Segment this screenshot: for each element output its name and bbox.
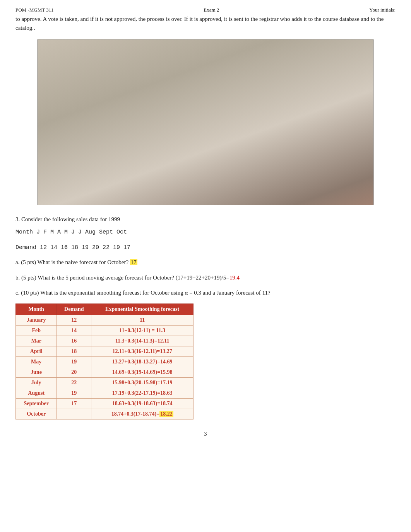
cell-demand [57, 409, 91, 419]
cell-forecast: 18.63+0.3(19-18.63)=18.74 [91, 398, 194, 409]
cell-month: September [16, 398, 57, 409]
header-left: POM -MGMT 311 [15, 7, 53, 13]
table-row: September1718.63+0.3(19-18.63)=18.74 [16, 398, 194, 409]
part-a-label: a. (5 pts) What is the naive forecast fo… [15, 259, 128, 265]
cell-demand: 16 [57, 336, 91, 346]
cell-month: July [16, 377, 57, 388]
part-a: a. (5 pts) What is the naive forecast fo… [15, 257, 396, 268]
table-row: Feb1411+0.3(12-11) = 11.3 [16, 325, 194, 336]
cell-month: Mar [16, 336, 57, 346]
cell-month: April [16, 346, 57, 356]
cell-demand: 20 [57, 367, 91, 377]
part-b: b. (5 pts) What is the 5 period moving a… [15, 273, 396, 283]
part-c: c. (10 pts) What is the exponential smoo… [15, 288, 396, 298]
table-row: June2014.69+0.3(19-14.69)=15.98 [16, 367, 194, 377]
table-row: April1812.11+0.3(16-12.11)=13.27 [16, 346, 194, 356]
exp-smoothing-table: Month Demand Exponential Smoothing forec… [15, 304, 194, 419]
cell-demand: 17 [57, 398, 91, 409]
cell-demand: 14 [57, 325, 91, 336]
part-b-label: b. (5 pts) What is the 5 period moving a… [15, 275, 229, 281]
cell-demand: 12 [57, 315, 91, 325]
question-3: 3. Consider the following sales data for… [15, 216, 396, 419]
part-b-answer: 19.4 [229, 275, 240, 281]
table-row: Mar1611.3+0.3(14-11.3)=12.11 [16, 336, 194, 346]
cell-forecast: 11.3+0.3(14-11.3)=12.11 [91, 336, 194, 346]
col-header-demand: Demand [57, 304, 91, 315]
header: POM -MGMT 311 Exam 2 Your initials: [15, 7, 396, 13]
col-header-month: Month [16, 304, 57, 315]
cell-demand: 19 [57, 356, 91, 367]
cell-month: August [16, 388, 57, 398]
cell-forecast: 15.98+0.3(20-15.98)=17.19 [91, 377, 194, 388]
cell-demand: 19 [57, 388, 91, 398]
cell-forecast: 13.27+0.3(18-13.27)=14.69 [91, 356, 194, 367]
cell-forecast: 14.69+0.3(19-14.69)=15.98 [91, 367, 194, 377]
intro-text: to approve. A vote is taken, and if it i… [15, 15, 396, 32]
cell-month: June [16, 367, 57, 377]
cell-forecast: 12.11+0.3(16-12.11)=13.27 [91, 346, 194, 356]
cell-month: October [16, 409, 57, 419]
table-row: January1211 [16, 315, 194, 325]
cell-month: January [16, 315, 57, 325]
cell-demand: 18 [57, 346, 91, 356]
header-right: Your initials: [369, 7, 396, 13]
data-row1: Month J F M A M J J Aug Sept Oct [15, 227, 396, 238]
embedded-image [37, 39, 374, 205]
table-row: July2215.98+0.3(20-15.98)=17.19 [16, 377, 194, 388]
table-row: October18.74+0.3(17-18.74)=18.22 [16, 409, 194, 419]
data-row2: Demand 12 14 16 18 19 20 22 19 17 [15, 242, 396, 254]
part-a-answer: 17 [130, 259, 137, 265]
cell-forecast: 18.74+0.3(17-18.74)=18.22 [91, 409, 194, 419]
cell-forecast: 17.19+0.3(22-17.19)=18.63 [91, 388, 194, 398]
cell-forecast: 11+0.3(12-11) = 11.3 [91, 325, 194, 336]
cell-forecast: 11 [91, 315, 194, 325]
col-header-forecast: Exponential Smoothing forecast [91, 304, 194, 315]
header-center: Exam 2 [204, 7, 219, 13]
question-3-label: 3. Consider the following sales data for… [15, 216, 396, 223]
table-row: August1917.19+0.3(22-17.19)=18.63 [16, 388, 194, 398]
cell-demand: 22 [57, 377, 91, 388]
table-row: May1913.27+0.3(18-13.27)=14.69 [16, 356, 194, 367]
cell-month: May [16, 356, 57, 367]
part-c-label: c. (10 pts) What is the exponential smoo… [15, 290, 271, 296]
cell-month: Feb [16, 325, 57, 336]
forecast-highlight: 18.22 [159, 411, 173, 417]
page-number: 3 [15, 431, 396, 437]
